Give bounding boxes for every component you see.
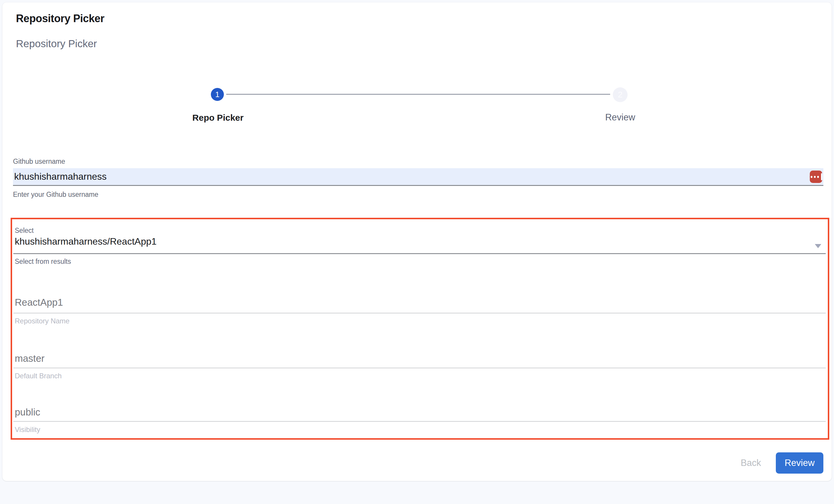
- github-username-label: Github username: [13, 158, 824, 165]
- footer-actions: Back Review: [741, 452, 824, 474]
- highlighted-repo-section: Select khushisharmaharness/ReactApp1 Sel…: [10, 218, 829, 440]
- github-username-input[interactable]: [13, 168, 824, 185]
- default-branch-label: Default Branch: [15, 372, 62, 380]
- default-branch-value: master: [15, 353, 45, 364]
- repository-name-underline: [13, 313, 826, 313]
- github-username-group: Github username Enter your Github userna…: [13, 158, 824, 199]
- dot: [817, 176, 819, 178]
- page-subtitle: Repository Picker: [16, 38, 97, 50]
- step-2-label: Review: [576, 112, 664, 123]
- visibility-label: Visibility: [15, 426, 40, 434]
- step-2-number: 2: [618, 90, 622, 99]
- repo-select-underline: [13, 253, 826, 254]
- repo-select-helper: Select from results: [15, 258, 71, 266]
- repository-picker-card: Repository Picker Repository Picker 1 2 …: [2, 2, 832, 481]
- visibility-underline: [13, 421, 826, 422]
- dot: [811, 176, 812, 178]
- cursor-bar: [821, 173, 822, 180]
- repository-name-value: ReactApp1: [15, 297, 63, 308]
- visibility-value: public: [15, 407, 40, 418]
- github-username-helper: Enter your Github username: [13, 191, 824, 199]
- dot: [814, 176, 816, 178]
- step-1-number: 1: [215, 90, 219, 99]
- review-button[interactable]: Review: [776, 452, 824, 474]
- step-1-circle[interactable]: 1: [211, 88, 224, 101]
- chevron-down-icon[interactable]: [815, 244, 821, 248]
- default-branch-underline: [13, 368, 826, 368]
- github-username-inputwrap: [13, 168, 824, 186]
- repo-select-dropdown[interactable]: khushisharmaharness/ReactApp1: [15, 236, 156, 247]
- page-title: Repository Picker: [16, 13, 104, 25]
- step-2-circle[interactable]: 2: [613, 87, 628, 102]
- stepper-connector-line: [226, 94, 610, 95]
- step-1-label: Repo Picker: [174, 113, 262, 123]
- repository-name-label: Repository Name: [15, 317, 69, 325]
- back-button[interactable]: Back: [741, 458, 761, 468]
- repo-select-label: Select: [15, 227, 34, 235]
- password-manager-icon[interactable]: [810, 170, 822, 183]
